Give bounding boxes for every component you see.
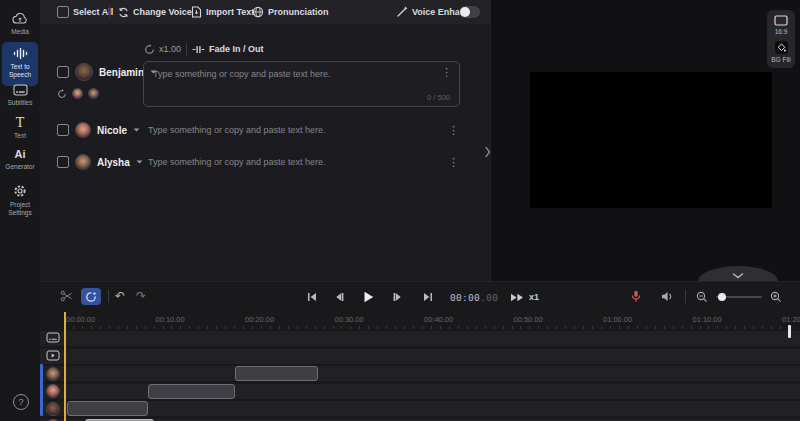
voice-checkbox-nicole[interactable]	[57, 124, 69, 136]
timeline-end-marker[interactable]	[788, 325, 791, 338]
bg-fill-button[interactable]: BG Fill	[771, 41, 791, 63]
timeline-tracks	[40, 331, 800, 421]
fade-button[interactable]: Fade In / Out	[192, 44, 264, 55]
change-voice-button[interactable]: Change Voice	[118, 0, 192, 24]
voice-row-benjamin: Benjamin	[57, 63, 157, 81]
voice-checkbox-alysha[interactable]	[57, 156, 69, 168]
subtitle-track-icon[interactable]	[46, 332, 60, 343]
sidebar-item-label: Text	[14, 132, 26, 140]
fade-label: Fade In / Out	[209, 44, 264, 54]
panel-expand-handle[interactable]	[485, 146, 491, 158]
app-root: Media Text to Speech Subtitles T Text Ai…	[0, 0, 800, 421]
sidebar-item-project-settings[interactable]: Project Settings	[0, 184, 40, 218]
voice-name-nicole[interactable]: Nicole	[97, 125, 127, 136]
track-lane-subtitles	[40, 331, 800, 346]
timeline: ↶ ↷ 00:00.00 x1	[40, 281, 800, 421]
select-all-label: Select All	[73, 7, 113, 17]
help-icon: ?	[18, 397, 23, 407]
voice-name-alysha[interactable]: Alysha	[97, 157, 130, 168]
magic-wand-icon	[396, 6, 408, 18]
fade-in-out-icon	[192, 44, 205, 55]
kebab-menu-icon[interactable]: ⋮	[448, 156, 459, 169]
toolbar-divider	[109, 6, 110, 18]
pronunciation-label: Pronunciation	[268, 7, 329, 17]
timeline-clip-benjamin[interactable]	[67, 401, 148, 416]
select-all-control[interactable]: Select All	[57, 0, 113, 24]
monitor-icon	[774, 15, 788, 26]
recent-voice-avatar[interactable]	[72, 88, 83, 99]
bg-fill-icon	[775, 41, 788, 54]
video-preview[interactable]	[530, 72, 772, 208]
select-all-checkbox[interactable]	[57, 6, 69, 18]
avatar-benjamin[interactable]	[75, 63, 93, 81]
pronunciation-button[interactable]: Pronunciation	[252, 0, 329, 24]
tts-placeholder-alysha[interactable]: Type something or copy and paste text he…	[148, 157, 326, 167]
import-text-label: Import Text	[206, 7, 254, 17]
pronunciation-icon	[252, 6, 264, 18]
chevron-down-icon	[732, 273, 744, 279]
speed-button[interactable]: x1.00	[144, 44, 181, 55]
subtitles-icon	[13, 84, 28, 96]
track-avatar-nicole[interactable]	[46, 384, 60, 398]
change-voice-label: Change Voice	[133, 7, 192, 17]
sidebar-item-subtitles[interactable]: Subtitles	[0, 84, 40, 107]
timeline-clip-nicole[interactable]	[148, 384, 235, 399]
caret-down-icon[interactable]	[136, 160, 143, 164]
kebab-menu-icon[interactable]: ⋮	[441, 66, 452, 78]
sidebar-item-media[interactable]: Media	[0, 12, 40, 36]
ruler-label: 00:30.00	[335, 315, 364, 324]
track-selection-indicator	[40, 364, 43, 416]
sidebar: Media Text to Speech Subtitles T Text Ai…	[0, 0, 40, 421]
text-tool-icon: T	[16, 116, 25, 129]
collapse-preview-handle[interactable]	[698, 266, 778, 281]
recent-voice-avatar[interactable]	[88, 88, 99, 99]
caret-down-icon[interactable]	[133, 128, 140, 132]
sidebar-item-label: Subtitles	[8, 99, 33, 107]
chevron-right-icon	[485, 146, 491, 158]
speed-icon	[144, 44, 155, 55]
avatar-nicole[interactable]	[75, 122, 91, 138]
change-voice-icon	[118, 7, 129, 18]
sidebar-item-label: Media	[11, 28, 29, 36]
ruler-label: 00:40.00	[424, 315, 453, 324]
tts-placeholder-nicole[interactable]: Type something or copy and paste text he…	[148, 125, 326, 135]
sidebar-item-text-to-speech[interactable]: Text to Speech	[2, 42, 38, 86]
track-lane-alysha	[40, 366, 800, 381]
video-track-icon[interactable]	[46, 350, 60, 361]
clip-controls-row: x1.00 Fade In / Out	[144, 42, 264, 56]
ai-generator-icon: Ai	[15, 148, 26, 160]
voice-checkbox-benjamin[interactable]	[57, 66, 69, 78]
playhead[interactable]	[64, 312, 66, 421]
avatar-alysha[interactable]	[75, 154, 91, 170]
bg-fill-label: BG Fill	[771, 56, 791, 63]
help-button[interactable]: ?	[13, 394, 29, 410]
sidebar-item-generator[interactable]: Ai Generator	[0, 148, 40, 171]
preview-area: 16:9 BG Fill	[490, 0, 800, 281]
import-text-button[interactable]: Import Text	[191, 0, 254, 24]
tts-text-input-benjamin[interactable]: Type something or copy and paste text he…	[143, 61, 460, 107]
gear-icon	[13, 184, 27, 198]
aspect-ratio-button[interactable]: 16:9	[774, 15, 788, 35]
track-avatar-alysha[interactable]	[46, 367, 60, 381]
sidebar-item-text[interactable]: T Text	[0, 116, 40, 140]
voice-enhancer-toggle[interactable]	[459, 6, 480, 18]
track-avatar-benjamin[interactable]	[46, 402, 60, 416]
voice-row-nicole: Nicole	[57, 122, 140, 138]
kebab-menu-icon[interactable]: ⋮	[448, 124, 459, 137]
ruler-label: 00:50.00	[514, 315, 543, 324]
tts-placeholder: Type something or copy and paste text he…	[153, 69, 331, 79]
timeline-clip-alysha[interactable]	[235, 366, 318, 381]
waveform-icon	[13, 47, 28, 60]
controls-divider	[186, 43, 187, 55]
timeline-ruler[interactable]: 00:00.0000:10.0000:20.0000:30.0000:40.00…	[40, 282, 800, 331]
sidebar-item-label: Text to Speech	[2, 63, 38, 80]
char-counter: 0 / 500	[427, 93, 450, 102]
toggle-knob	[460, 7, 470, 17]
history-icon[interactable]	[57, 89, 67, 99]
sidebar-item-label: Generator	[5, 163, 34, 171]
import-text-icon	[191, 6, 202, 18]
text-to-speech-panel: Select All Change Voice Import Text Pron…	[40, 0, 490, 281]
voice-name-benjamin[interactable]: Benjamin	[99, 67, 144, 78]
ruler-label: 01:20.00	[782, 315, 800, 324]
voice-row-alysha: Alysha	[57, 154, 143, 170]
